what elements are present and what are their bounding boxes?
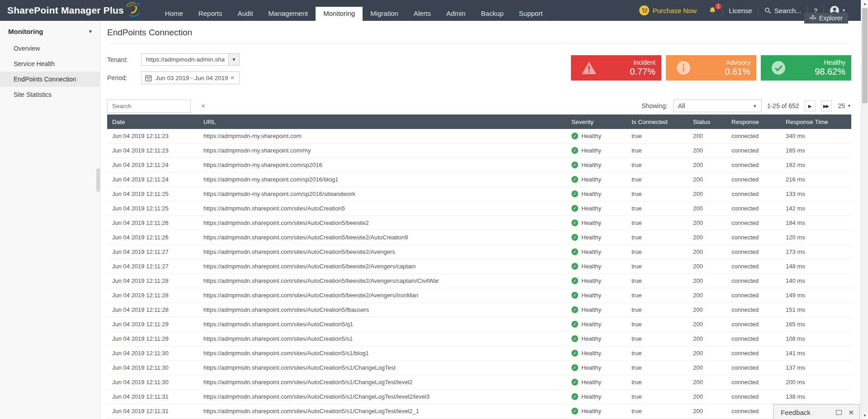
cell-date: Jun 04 2019 12:11:25 — [107, 205, 198, 212]
cell-response: connected — [726, 248, 781, 255]
period-value: Jun 03 2019 - Jun 04 2019 — [156, 75, 229, 81]
tab-reports[interactable]: Reports — [191, 7, 230, 21]
column-header-url[interactable]: URL — [198, 119, 566, 125]
sidebar-item-overview[interactable]: Overview — [0, 41, 100, 56]
tab-audit[interactable]: Audit — [230, 7, 260, 21]
check-circle-icon — [771, 60, 786, 76]
next-page-button[interactable]: ▶ — [805, 100, 816, 111]
feedback-close-icon[interactable]: ✕ — [848, 409, 854, 416]
cell-url: https://admpmsdn-my.sharepoint.com/sp201… — [198, 176, 566, 183]
cell-response-time: 140 ms — [781, 277, 851, 284]
table-row[interactable]: Jun 04 2019 12:11:31https://admpmsdn.sha… — [107, 404, 851, 419]
table-row[interactable]: Jun 04 2019 12:11:25https://admpmsdn-my.… — [107, 187, 851, 201]
table-row[interactable]: Jun 04 2019 12:11:25https://admpmsdn.sha… — [107, 201, 851, 216]
cell-status: 200 — [688, 219, 726, 226]
table-row[interactable]: Jun 04 2019 12:11:24https://admpmsdn-my.… — [107, 158, 851, 172]
table-row[interactable]: Jun 04 2019 12:11:28https://admpmsdn.sha… — [107, 303, 851, 317]
table-row[interactable]: Jun 04 2019 12:11:28https://admpmsdn.sha… — [107, 274, 851, 288]
tab-support[interactable]: Support — [511, 7, 551, 21]
scrollbar-down-arrow[interactable]: ▼ — [861, 412, 868, 419]
column-header-severity[interactable]: Severity — [566, 119, 627, 125]
cell-date: Jun 04 2019 12:11:23 — [107, 147, 198, 154]
sidebar-item-endpoints-connection[interactable]: EndPoints Connection — [0, 71, 100, 87]
explorer-button[interactable]: Explorer — [804, 13, 848, 24]
period-picker[interactable]: Jun 03 2019 - Jun 04 2019 ✕ — [141, 71, 240, 84]
column-header-status[interactable]: Status — [688, 119, 726, 125]
page-size-select[interactable]: 25 ▼ — [838, 102, 852, 110]
status-card-incident: Incident0.77% — [571, 55, 661, 81]
sidebar-item-site-statistics[interactable]: Site Statistics — [0, 87, 100, 102]
notifications-button[interactable]: 1 — [703, 6, 722, 14]
sidebar-collapse-handle[interactable] — [96, 168, 100, 192]
tenant-select[interactable]: https://admpmsdn-admin.sha ▼ — [141, 53, 240, 66]
last-page-button[interactable]: ▶▶ — [821, 100, 832, 111]
table-row[interactable]: Jun 04 2019 12:11:27https://admpmsdn.sha… — [107, 245, 851, 259]
table-row[interactable]: Jun 04 2019 12:11:30https://admpmsdn.sha… — [107, 346, 851, 361]
healthy-check-icon: ✓ — [571, 364, 578, 371]
table-search-input[interactable] — [108, 103, 197, 110]
cell-status: 200 — [688, 277, 726, 284]
chevron-down-icon: ▼ — [847, 104, 851, 108]
global-search-button[interactable]: Search... — [759, 7, 807, 14]
tab-migration[interactable]: Migration — [363, 7, 406, 21]
feedback-maximize-icon[interactable] — [836, 410, 842, 415]
period-clear-icon[interactable]: ✕ — [229, 75, 236, 81]
table-row[interactable]: Jun 04 2019 12:11:27https://admpmsdn.sha… — [107, 259, 851, 274]
cell-response-time: 165 ms — [781, 321, 851, 328]
tab-monitoring[interactable]: Monitoring — [316, 7, 363, 21]
cell-severity: ✓Healthy — [566, 133, 627, 139]
column-header-is-connected[interactable]: Is Connected — [627, 119, 688, 125]
tab-backup[interactable]: Backup — [473, 7, 511, 21]
cell-response-time: 173 ms — [781, 248, 851, 255]
table-row[interactable]: Jun 04 2019 12:11:28https://admpmsdn.sha… — [107, 288, 851, 303]
cell-is-connected: true — [627, 350, 688, 357]
cell-url: https://admpmsdn.sharepoint.com/sites/Au… — [198, 350, 566, 357]
feedback-bar[interactable]: Feedback ✕ — [773, 404, 860, 419]
tab-management[interactable]: Management — [261, 7, 316, 21]
showing-filter-select[interactable]: All ▼ — [673, 100, 762, 112]
page-scrollbar[interactable]: ▲ ▼ — [861, 0, 868, 419]
search-clear-icon[interactable]: ✕ — [197, 103, 210, 109]
tab-home[interactable]: Home — [157, 7, 191, 21]
info-circle-icon — [676, 60, 691, 76]
table-row[interactable]: Jun 04 2019 12:11:31https://admpmsdn.sha… — [107, 390, 851, 404]
column-header-response[interactable]: Response — [726, 119, 781, 125]
table-row[interactable]: Jun 04 2019 12:11:29https://admpmsdn.sha… — [107, 332, 851, 346]
tab-alerts[interactable]: Alerts — [406, 7, 439, 21]
cell-status: 200 — [688, 306, 726, 313]
cell-response-time: 149 ms — [781, 292, 851, 299]
cell-severity: ✓Healthy — [566, 306, 627, 313]
table-row[interactable]: Jun 04 2019 12:11:23https://admpmsdn-my.… — [107, 129, 851, 143]
cell-date: Jun 04 2019 12:11:31 — [107, 408, 198, 414]
cell-is-connected: true — [627, 393, 688, 400]
cell-is-connected: true — [627, 162, 688, 168]
cell-response-time: 120 ms — [781, 234, 851, 241]
table-row[interactable]: Jun 04 2019 12:11:29https://admpmsdn.sha… — [107, 317, 851, 332]
table-row[interactable]: Jun 04 2019 12:11:26https://admpmsdn.sha… — [107, 216, 851, 230]
table-toolbar: ✕ Showing: All ▼ 1-25 of 652 ▶ ▶▶ 25 ▼ — [107, 99, 851, 113]
table-row[interactable]: Jun 04 2019 12:11:30https://admpmsdn.sha… — [107, 361, 851, 375]
scrollbar-thumb[interactable] — [862, 8, 868, 103]
cell-url: https://admpmsdn.sharepoint.com/sites/Au… — [198, 263, 566, 270]
column-header-date[interactable]: Date — [107, 119, 198, 125]
sidebar: Monitoring ▼ OverviewService HealthEndPo… — [0, 21, 100, 419]
column-header-response-time[interactable]: Response Time — [781, 119, 851, 125]
purchase-now-button[interactable]: Purchase Now — [633, 5, 703, 15]
table-row[interactable]: Jun 04 2019 12:11:26https://admpmsdn.sha… — [107, 230, 851, 245]
cell-response: connected — [726, 219, 781, 226]
sidebar-section-monitoring[interactable]: Monitoring ▼ — [0, 21, 100, 41]
cart-icon — [639, 5, 649, 15]
healthy-check-icon: ✓ — [571, 350, 578, 357]
table-row[interactable]: Jun 04 2019 12:11:30https://admpmsdn.sha… — [107, 375, 851, 390]
sidebar-item-service-health[interactable]: Service Health — [0, 56, 100, 71]
scrollbar-up-arrow[interactable]: ▲ — [861, 0, 868, 7]
status-card-label: Advisory — [725, 59, 750, 66]
severity-label: Healthy — [581, 205, 601, 212]
table-row[interactable]: Jun 04 2019 12:11:24https://admpmsdn-my.… — [107, 172, 851, 187]
table-row[interactable]: Jun 04 2019 12:11:23https://admpmsdn-my.… — [107, 143, 851, 158]
tab-admin[interactable]: Admin — [439, 7, 473, 21]
cell-severity: ✓Healthy — [566, 234, 627, 241]
cell-status: 200 — [688, 292, 726, 299]
severity-label: Healthy — [581, 277, 601, 284]
license-button[interactable]: License — [723, 7, 758, 14]
